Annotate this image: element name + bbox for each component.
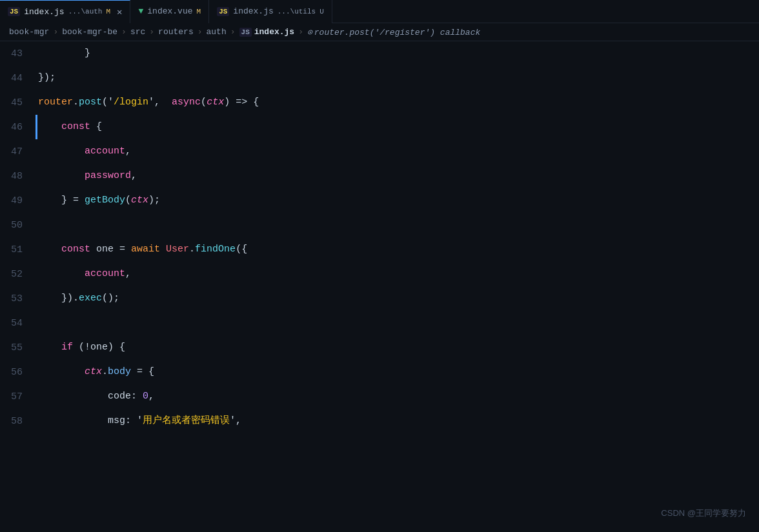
line-number: 56 [0, 367, 35, 378]
tab-badge-untracked: U [319, 8, 324, 15]
code-line-52: 52 account, [0, 262, 759, 286]
tab-path: ...\utils [278, 8, 316, 15]
line-number: 53 [0, 293, 35, 304]
code-line-58: 58 msg: '用户名或者密码错误', [0, 409, 759, 433]
vue-icon: ▼ [138, 6, 143, 16]
code-content: account, [35, 262, 759, 286]
breadcrumb-file: JSindex.js [239, 27, 295, 37]
tab-close-button[interactable]: ✕ [117, 6, 122, 17]
line-number: 58 [0, 416, 35, 427]
code-content: router.post('/login', async(ctx) => { [35, 90, 759, 115]
code-line-54: 54 [0, 311, 759, 335]
code-content: const one = await User.findOne({ [35, 237, 759, 262]
code-content: } [35, 41, 759, 66]
code-line-47: 47 account, [0, 139, 759, 164]
breadcrumb-sep: › [149, 27, 154, 37]
breadcrumb-function: ⊙router.post('/register') callback [307, 27, 480, 37]
code-line-53: 53 }).exec(); [0, 286, 759, 311]
line-number: 48 [0, 171, 35, 182]
line-number: 47 [0, 146, 35, 157]
line-number: 49 [0, 195, 35, 206]
line-number: 51 [0, 244, 35, 255]
code-content: } = getBody(ctx); [35, 188, 759, 213]
code-line-50: 50 [0, 213, 759, 237]
breadcrumb: book-mgr › book-mgr-be › src › routers ›… [0, 23, 759, 41]
line-number: 57 [0, 391, 35, 402]
tab-bar: JS index.js ...\auth M ✕ ▼ index.vue M J… [0, 0, 759, 23]
breadcrumb-part: book-mgr-be [62, 27, 117, 37]
code-content: code: 0, [35, 384, 759, 409]
line-number: 52 [0, 269, 35, 280]
line-number: 55 [0, 342, 35, 353]
active-line-indicator [35, 115, 37, 139]
breadcrumb-sep: › [121, 27, 126, 37]
code-content [35, 311, 759, 335]
tab-badge-modified: M [197, 8, 201, 15]
code-line-55: 55 if (!one) { [0, 335, 759, 360]
tab-badge-modified: M [106, 8, 110, 15]
code-line-46: 46 const { [0, 115, 759, 139]
watermark: CSDN @王同学要努力 [661, 507, 746, 519]
line-number: 50 [0, 220, 35, 231]
code-content: msg: '用户名或者密码错误', [35, 409, 759, 433]
code-line-48: 48 password, [0, 164, 759, 188]
code-content: }).exec(); [35, 286, 759, 311]
code-content: if (!one) { [35, 335, 759, 360]
breadcrumb-part: book-mgr [9, 27, 49, 37]
js-icon: JS [217, 7, 229, 16]
breadcrumb-sep: › [230, 27, 236, 37]
line-number: 45 [0, 97, 35, 108]
breadcrumb-sep: › [53, 27, 58, 37]
tab-path: ...\auth [68, 8, 103, 15]
breadcrumb-sep: › [298, 27, 303, 37]
code-editor: 43 } 44 }); 45 router.post('/login', asy… [0, 41, 759, 532]
code-line-43: 43 } [0, 41, 759, 66]
line-number: 44 [0, 73, 35, 84]
breadcrumb-part: routers [158, 27, 194, 37]
tab-index-js-utils[interactable]: JS index.js ...\utils U [209, 0, 332, 23]
line-number: 43 [0, 48, 35, 59]
tab-label: index.vue [147, 6, 192, 16]
code-line-49: 49 } = getBody(ctx); [0, 188, 759, 213]
code-line-51: 51 const one = await User.findOne({ [0, 237, 759, 262]
code-content: const { [35, 115, 759, 139]
tab-label: index.js [24, 7, 64, 17]
code-content: account, [35, 139, 759, 164]
breadcrumb-part: auth [207, 27, 227, 37]
code-content [35, 213, 759, 237]
line-number: 46 [0, 122, 35, 133]
breadcrumb-sep: › [197, 27, 203, 37]
code-content: password, [35, 164, 759, 188]
function-icon: ⊙ [307, 28, 312, 37]
code-content: }); [35, 66, 759, 90]
code-line-57: 57 code: 0, [0, 384, 759, 409]
tab-index-vue[interactable]: ▼ index.vue M [130, 0, 209, 23]
code-line-56: 56 ctx.body = { [0, 360, 759, 384]
code-content: ctx.body = { [35, 360, 759, 384]
code-line-44: 44 }); [0, 66, 759, 90]
js-icon: JS [8, 7, 20, 16]
code-line-45: 45 router.post('/login', async(ctx) => { [0, 90, 759, 115]
breadcrumb-part: src [130, 27, 145, 37]
tab-index-js-auth[interactable]: JS index.js ...\auth M ✕ [0, 0, 130, 23]
line-number: 54 [0, 318, 35, 329]
breadcrumb-js-icon: JS [239, 28, 252, 37]
tab-label: index.js [233, 6, 273, 16]
